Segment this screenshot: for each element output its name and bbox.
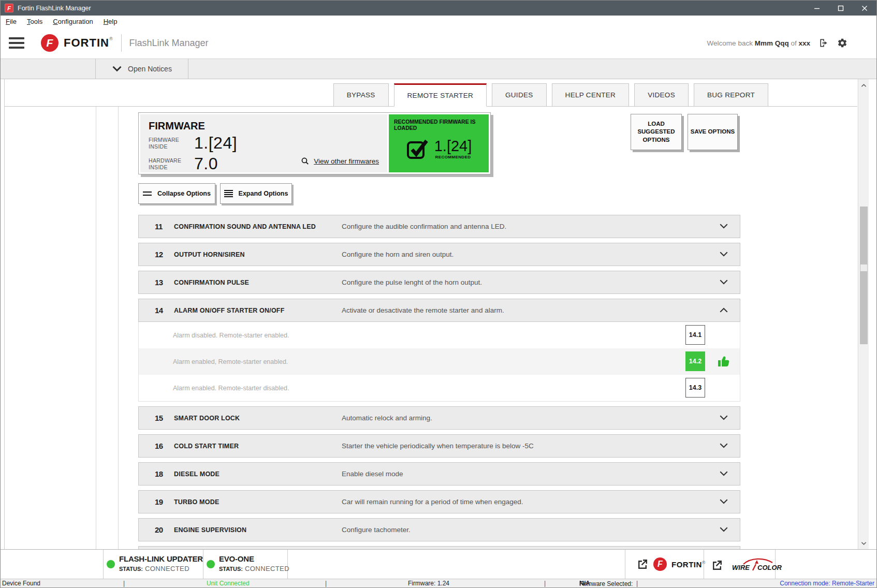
save-options-button[interactable]: SAVE OPTIONS <box>688 114 738 150</box>
status-separator: | <box>636 580 638 587</box>
sub-option-row-14-3: Alarm enabled. Remote-starter disabled. … <box>139 375 740 401</box>
view-other-firmwares-link[interactable]: View other firmwares <box>314 157 379 165</box>
option-title: DIESEL MODE <box>174 471 220 478</box>
chevron-down-icon[interactable] <box>719 251 728 258</box>
scrollbar-thumb[interactable] <box>860 207 868 344</box>
menu-configuration[interactable]: Configuration <box>48 18 98 25</box>
option-description: Automatic relock and arming. <box>342 414 432 422</box>
option-title: TURBO MODE <box>174 498 219 506</box>
menu-tools[interactable]: Tools <box>22 18 48 25</box>
registered-mark: ® <box>109 36 113 41</box>
option-row-14[interactable]: 14 ALARM ON/OFF STARTER ON/OFF Activate … <box>138 299 740 322</box>
gear-icon[interactable] <box>837 38 847 48</box>
content-left-border <box>4 79 5 549</box>
external-link-icon <box>636 558 649 570</box>
status-unit-connected: Unit Connected <box>207 580 250 587</box>
status-separator: | <box>123 580 125 587</box>
hamburger-menu-icon[interactable] <box>9 37 24 49</box>
option-number: 15 <box>155 414 174 422</box>
option-row-13[interactable]: 13 CONFIRMATION PULSE Configure the puls… <box>138 271 740 294</box>
vertical-scrollbar[interactable] <box>859 79 869 549</box>
chevron-down-icon[interactable] <box>719 470 728 477</box>
fortin-logo-text: FORTIN® <box>671 560 706 569</box>
company-name: xxx <box>798 39 810 47</box>
menu-file[interactable]: File <box>1 18 22 25</box>
minimize-icon <box>814 5 820 11</box>
app-window: F Fortin FlashLink Manager File Tools Co… <box>0 0 877 588</box>
option-row-19[interactable]: 19 TURBO MODE Car will remain running fo… <box>138 490 740 513</box>
device-status-value: CONNECTED <box>145 565 189 572</box>
tab-help-center[interactable]: HELP CENTER <box>552 83 630 107</box>
tab-guides[interactable]: GUIDES <box>492 83 547 107</box>
welcome-text: Welcome back Mmm Qqq of xxx <box>707 39 810 47</box>
chevron-down-icon[interactable] <box>719 498 728 505</box>
tab-bypass[interactable]: BYPASS <box>333 83 389 107</box>
chevron-down-icon[interactable] <box>719 442 728 449</box>
scroll-up-button[interactable] <box>859 81 869 90</box>
recommended-banner: RECOMMENDED FIRMWARE IS LOADED <box>394 119 484 131</box>
flash-link-updater-status: FLASH-LINK UPDATER STATUS: CONNECTED <box>119 554 203 572</box>
chevron-down-icon[interactable] <box>719 223 728 230</box>
close-button[interactable] <box>853 1 876 16</box>
sub-option-button-14-2[interactable]: 14.2 <box>685 351 705 371</box>
sub-option-label: Alarm disabled. Remote-starter enabled. <box>173 332 289 339</box>
wirecolor-logo: WIRE COLOR <box>728 557 784 573</box>
option-description: Configure the pulse lenght of the horn o… <box>342 278 482 286</box>
expand-icon <box>224 190 233 197</box>
hardware-inside-value: 7.0 <box>194 154 218 173</box>
collapse-options-button[interactable]: Collapse Options <box>138 183 215 204</box>
chevron-down-icon[interactable] <box>719 414 728 421</box>
external-link-icon <box>711 559 723 571</box>
option-description: Car will remain running for a period of … <box>342 498 523 506</box>
user-name: Mmm Qqq <box>755 39 789 47</box>
scroll-down-button[interactable] <box>859 539 869 548</box>
sub-option-button-14-1[interactable]: 14.1 <box>685 325 705 345</box>
fortin-logo-icon: F <box>41 34 59 52</box>
option-description: Activate or desactivate the remote start… <box>342 306 504 314</box>
tab-bug-report[interactable]: BUG REPORT <box>694 83 768 107</box>
content-right-border <box>858 79 858 549</box>
maximize-button[interactable] <box>829 1 853 16</box>
chevron-down-icon[interactable] <box>719 526 728 533</box>
option-number: 18 <box>155 469 174 478</box>
app-name: FlashLink Manager <box>129 38 209 49</box>
expand-options-button[interactable]: Expand Options <box>220 183 292 204</box>
checked-checkbox-icon <box>406 138 430 160</box>
option-row-12[interactable]: 12 OUTPUT HORN/SIREN Configure the horn … <box>138 243 740 266</box>
firmware-title: FIRMWARE <box>149 120 379 132</box>
wirecolor-website-link[interactable]: WIRE COLOR <box>711 557 784 573</box>
firmware-panel: FIRMWARE FIRMWARE INSIDE 1.[24] HARDWARE… <box>138 112 491 174</box>
chevron-up-icon[interactable] <box>719 306 728 314</box>
device-name: EVO-ONE <box>219 554 289 563</box>
tab-remote-starter[interactable]: REMOTE STARTER <box>394 83 487 107</box>
separator <box>103 550 104 579</box>
option-row-18[interactable]: 18 DIESEL MODE Enable diesel mode <box>138 462 740 486</box>
open-notices-button[interactable]: Open Notices <box>95 59 188 79</box>
status-separator: | <box>325 580 327 587</box>
option-row-15[interactable]: 15 SMART DOOR LOCK Automatic relock and … <box>138 406 740 430</box>
minimize-button[interactable] <box>805 1 829 16</box>
option-number: 20 <box>155 525 174 534</box>
titlebar: F Fortin FlashLink Manager <box>1 1 876 16</box>
open-notices-label: Open Notices <box>128 65 172 73</box>
close-icon <box>861 5 868 11</box>
separator <box>203 550 203 579</box>
tab-videos[interactable]: VIDEOS <box>634 83 689 107</box>
option-title: CONFIRMATION PULSE <box>174 279 249 286</box>
expand-options-label: Expand Options <box>239 190 288 197</box>
menu-help[interactable]: Help <box>98 18 123 25</box>
sub-option-button-14-3[interactable]: 14.3 <box>685 378 705 398</box>
logout-icon[interactable] <box>818 38 829 48</box>
evo-one-status: EVO-ONE STATUS: CONNECTED <box>219 554 289 572</box>
option-description: Configure tachometer. <box>342 526 411 534</box>
option-row-20[interactable]: 20 ENGINE SUPERVISION Configure tachomet… <box>138 518 740 541</box>
fortin-website-link[interactable]: F FORTIN® <box>636 557 706 571</box>
option-row-16[interactable]: 16 COLD START TIMER Starter the vehicle … <box>138 434 740 458</box>
sub-option-row-14-2: Alarm enabled, Remote-starter enabled. 1… <box>139 348 740 375</box>
firmware-inside-label: FIRMWARE INSIDE <box>149 137 194 150</box>
brand-name: FORTIN® <box>64 36 113 50</box>
option-number: 19 <box>155 497 174 506</box>
load-suggested-options-button[interactable]: LOAD SUGGESTED OPTIONS <box>631 114 682 150</box>
option-row-11[interactable]: 11 CONFIRMATION SOUND AND ANTENNA LED Co… <box>138 215 740 238</box>
chevron-down-icon[interactable] <box>719 278 728 286</box>
